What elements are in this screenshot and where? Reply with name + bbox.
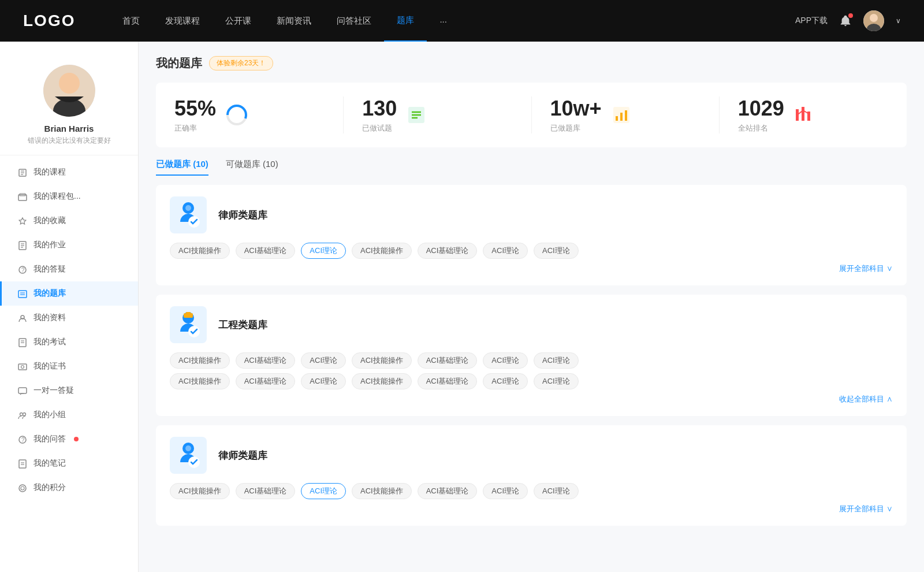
expand-lawyer-1[interactable]: 展开全部科目 ∨ bbox=[170, 263, 893, 274]
stat-rank-content: 1029 全站排名 bbox=[738, 96, 784, 133]
tab-available-banks[interactable]: 可做题库 (10) bbox=[226, 159, 278, 176]
sidebar-item-points[interactable]: 我的积分 bbox=[0, 476, 138, 500]
trial-badge: 体验剩余23天！ bbox=[209, 56, 273, 70]
collapse-engineer[interactable]: 收起全部科目 ∧ bbox=[170, 394, 893, 404]
user-menu-chevron[interactable]: ∨ bbox=[896, 17, 901, 25]
nav-questionbank[interactable]: 题库 bbox=[384, 0, 427, 42]
stat-done-banks: 10w+ 已做题库 bbox=[532, 96, 720, 133]
tag[interactable]: ACI理论 bbox=[534, 373, 579, 389]
tag[interactable]: ACI理论 bbox=[301, 373, 346, 389]
sidebar-item-myinfo[interactable]: 我的资料 bbox=[0, 306, 138, 330]
tag-active[interactable]: ACI理论 bbox=[301, 483, 346, 499]
tabs-row: 已做题库 (10) 可做题库 (10) bbox=[156, 159, 907, 176]
tag[interactable]: ACI基础理论 bbox=[236, 483, 296, 499]
stat-accuracy-content: 55% 正确率 bbox=[174, 96, 216, 133]
sidebar-label-group: 我的小组 bbox=[33, 410, 66, 420]
nav-discover[interactable]: 发现课程 bbox=[152, 0, 213, 42]
chat-icon bbox=[17, 385, 28, 396]
sidebar-item-mycourse[interactable]: 我的课程 bbox=[0, 160, 138, 184]
sidebar-label-mycourse: 我的课程 bbox=[33, 167, 66, 177]
sidebar-item-group[interactable]: 我的小组 bbox=[0, 403, 138, 427]
main-content: 我的题库 体验剩余23天！ 55% 正确率 130 bbox=[139, 42, 924, 572]
qbank-engineer-title: 工程类题库 bbox=[218, 318, 267, 332]
svg-point-35 bbox=[19, 485, 26, 492]
sidebar-item-exam[interactable]: 我的考试 bbox=[0, 330, 138, 354]
tab-done-banks[interactable]: 已做题库 (10) bbox=[156, 159, 208, 176]
rank-icon bbox=[793, 105, 814, 125]
tag[interactable]: ACI基础理论 bbox=[236, 352, 296, 369]
nav-news[interactable]: 新闻资讯 bbox=[264, 0, 324, 42]
sidebar-item-myqa[interactable]: ? 我的问答 bbox=[0, 427, 138, 451]
sidebar-label-points: 我的积分 bbox=[33, 482, 66, 493]
stat-rank-value: 1029 bbox=[738, 96, 784, 121]
tag[interactable]: ACI理论 bbox=[534, 483, 579, 499]
questions-icon bbox=[406, 105, 427, 125]
svg-rect-25 bbox=[18, 364, 27, 370]
user-avatar[interactable] bbox=[863, 10, 884, 31]
sidebar: Brian Harris 错误的决定比没有决定要好 我的课程 我的课程包... bbox=[0, 42, 139, 572]
qbank-card-engineer: 工程类题库 ACI技能操作 ACI基础理论 ACI理论 ACI技能操作 ACI基… bbox=[156, 295, 907, 416]
sidebar-label-homework: 我的作业 bbox=[33, 240, 66, 250]
tag[interactable]: ACI技能操作 bbox=[352, 352, 412, 369]
certificate-icon bbox=[17, 361, 28, 372]
tag[interactable]: ACI理论 bbox=[534, 243, 579, 259]
tag[interactable]: ACI基础理论 bbox=[418, 352, 478, 369]
notification-dot bbox=[848, 13, 853, 18]
sidebar-item-favorites[interactable]: 我的收藏 bbox=[0, 209, 138, 233]
stat-accuracy-label: 正确率 bbox=[174, 123, 216, 133]
stat-done-questions: 130 已做试题 bbox=[344, 96, 531, 133]
sidebar-item-coursepack[interactable]: 我的课程包... bbox=[0, 184, 138, 209]
tag[interactable]: ACI技能操作 bbox=[352, 483, 412, 499]
tag[interactable]: ACI基础理论 bbox=[236, 243, 296, 259]
lawyer-icon bbox=[170, 196, 207, 233]
tag[interactable]: ACI基础理论 bbox=[418, 243, 478, 259]
sidebar-label-certificate: 我的证书 bbox=[33, 361, 66, 372]
tag[interactable]: ACI技能操作 bbox=[170, 373, 230, 389]
tag[interactable]: ACI理论 bbox=[483, 243, 528, 259]
app-download-button[interactable]: APP下载 bbox=[795, 16, 828, 26]
svg-rect-27 bbox=[18, 388, 27, 393]
svg-point-29 bbox=[23, 413, 26, 415]
tag[interactable]: ACI技能操作 bbox=[170, 243, 230, 259]
nav-qa[interactable]: 问答社区 bbox=[324, 0, 384, 42]
tag[interactable]: ACI理论 bbox=[483, 483, 528, 499]
svg-rect-32 bbox=[19, 460, 26, 468]
sidebar-item-questionbank[interactable]: 我的题库 bbox=[0, 281, 138, 306]
nav-more[interactable]: ··· bbox=[427, 0, 460, 42]
tag[interactable]: ACI理论 bbox=[534, 352, 579, 369]
main-nav: 首页 发现课程 公开课 新闻资讯 问答社区 题库 ··· bbox=[110, 0, 460, 42]
stat-done-questions-label: 已做试题 bbox=[362, 123, 397, 133]
tag[interactable]: ACI理论 bbox=[483, 352, 528, 369]
tag[interactable]: ACI理论 bbox=[483, 373, 528, 389]
tag[interactable]: ACI理论 bbox=[301, 352, 346, 369]
expand-lawyer-2[interactable]: 展开全部科目 ∨ bbox=[170, 504, 893, 514]
sidebar-item-certificate[interactable]: 我的证书 bbox=[0, 354, 138, 378]
stat-rank: 1029 全站排名 bbox=[720, 96, 907, 133]
nav-home[interactable]: 首页 bbox=[110, 0, 152, 42]
tag[interactable]: ACI技能操作 bbox=[170, 352, 230, 369]
accuracy-chart-icon bbox=[225, 103, 248, 127]
sidebar-item-qanda[interactable]: ? 我的答疑 bbox=[0, 257, 138, 281]
sidebar-item-homework[interactable]: 我的作业 bbox=[0, 233, 138, 257]
user-name: Brian Harris bbox=[44, 124, 94, 133]
notification-bell[interactable] bbox=[839, 14, 852, 27]
tag[interactable]: ACI基础理论 bbox=[418, 373, 478, 389]
svg-point-4 bbox=[59, 73, 80, 94]
tag[interactable]: ACI技能操作 bbox=[170, 483, 230, 499]
qbank-lawyer-1-title: 律师类题库 bbox=[218, 209, 267, 222]
nav-opencourse[interactable]: 公开课 bbox=[213, 0, 264, 42]
exam-icon bbox=[17, 337, 28, 347]
sidebar-item-onetoone[interactable]: 一对一答疑 bbox=[0, 378, 138, 403]
stat-rank-label: 全站排名 bbox=[738, 123, 784, 133]
sidebar-item-notes[interactable]: 我的笔记 bbox=[0, 451, 138, 476]
svg-point-26 bbox=[21, 365, 24, 368]
tag-active[interactable]: ACI理论 bbox=[301, 243, 346, 259]
tag[interactable]: ACI基础理论 bbox=[418, 483, 478, 499]
group-icon bbox=[17, 410, 28, 420]
sidebar-label-myinfo: 我的资料 bbox=[33, 313, 66, 323]
tag[interactable]: ACI技能操作 bbox=[352, 373, 412, 389]
sidebar-label-onetoone: 一对一答疑 bbox=[33, 385, 74, 396]
homework-icon bbox=[17, 240, 28, 250]
tag[interactable]: ACI基础理论 bbox=[236, 373, 296, 389]
tag[interactable]: ACI技能操作 bbox=[352, 243, 412, 259]
